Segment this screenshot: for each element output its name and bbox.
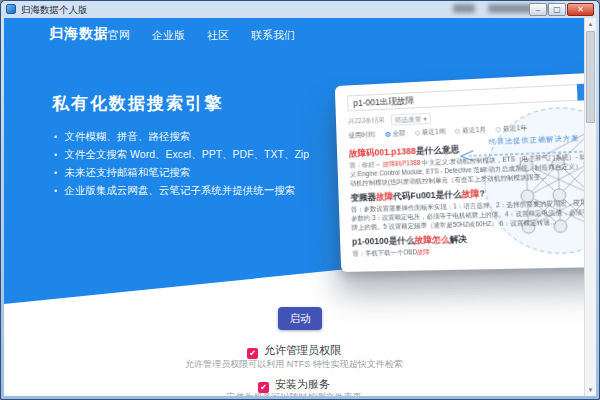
feature-item: 文件全文搜索 Word、Excel、PPT、PDF、TXT、Zip [54,146,309,164]
feature-item: 未来还支持邮箱和笔记搜索 [54,164,309,182]
radio-icon [495,127,500,132]
radio-icon [455,129,460,134]
checkbox-label: 安装为服务 [275,378,330,390]
top-nav: 归海数据 官网 企业版 社区 联系我们 [4,18,584,48]
feature-item: 企业版集成云网盘、云笔记子系统并提供统一搜索 [54,182,309,200]
hero-title: 私有化数据搜索引擎 [52,92,223,115]
radio-selected-icon [385,132,390,137]
promo-screenshot-card: p1-001出现故障 搜索 共223条结果 筛选质量 ▾ 使用时间: 全部 最近… [335,71,596,272]
nav-item-contact[interactable]: 联系我们 [251,28,295,43]
annotation: 经算法提供正确解决方案 [456,132,596,167]
launch-button[interactable]: 启动 [278,307,322,330]
admin-permission-checkbox-row[interactable]: ✔允许管理员权限 [4,340,584,359]
feature-list: 文件模糊、拼音、路径搜索 文件全文搜索 Word、Excel、PPT、PDF、T… [54,128,309,200]
close-button[interactable]: ✕ [567,3,594,16]
time-filter-option: 全部 [385,129,406,139]
time-filter-option: 最近1年 [495,124,527,135]
dashed-arrow-icon [457,144,596,162]
filter-dropdown: 筛选质量 ▾ [391,113,431,126]
install-service-help-text: 安装为服务可以随时检测文件变更 [4,391,584,396]
app-window: 归海数据个人版 – ▢ ✕ 归海数据 官网 企业版 社区 联系我们 私有化数据搜… [0,0,600,400]
scrollbar-thumb[interactable] [586,31,595,123]
time-filter-option: 最近1月 [455,126,487,137]
admin-permission-help-text: 允许管理员权限可以利用 NTFS 特性实现超快文件检索 [4,358,584,371]
results-count: 共223条结果 [348,116,385,127]
scroll-up-icon[interactable]: ▲ [585,18,596,30]
app-icon [6,4,16,14]
checkbox-label: 允许管理员权限 [264,344,341,356]
nav-item-enterprise[interactable]: 企业版 [152,28,185,43]
scroll-down-icon[interactable]: ▼ [585,384,596,396]
titlebar[interactable]: 归海数据个人版 – ▢ ✕ [1,1,599,18]
redacted-text [453,4,475,13]
maximize-button[interactable]: ▢ [548,3,566,16]
brand-logo[interactable]: 归海数据 [49,25,109,43]
page-content: 归海数据 官网 企业版 社区 联系我们 私有化数据搜索引擎 文件模糊、拼音、路径… [4,18,596,396]
time-filter-option: 最近1周 [415,127,446,137]
window-title: 归海数据个人版 [21,4,88,17]
nav-item-community[interactable]: 社区 [207,28,229,43]
radio-icon [415,130,420,135]
vertical-scrollbar[interactable]: ▲ ▼ [584,18,596,396]
minimize-button[interactable]: – [529,3,547,16]
nav-item-official-site[interactable]: 官网 [108,28,130,43]
feature-item: 文件模糊、拼音、路径搜索 [54,128,309,146]
time-filter-label: 使用时间: [348,130,376,140]
